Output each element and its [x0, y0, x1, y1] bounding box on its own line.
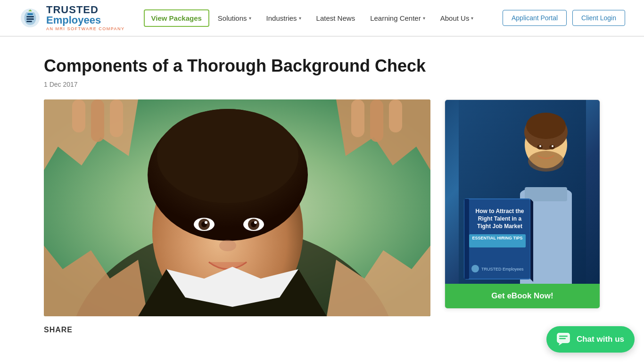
svg-rect-48 — [559, 338, 566, 339]
hero-svg — [44, 99, 430, 316]
ebook-cta-button[interactable]: Get eBook Now! — [445, 284, 600, 308]
svg-point-43 — [471, 265, 479, 272]
site-header: TRUSTED Employees AN MRI SOFTWARE COMPAN… — [0, 0, 644, 36]
svg-point-29 — [528, 151, 564, 172]
main-content: Components of a Thorough Background Chec… — [25, 37, 619, 344]
ebook-card: How to Attract the Right Talent in a Tig… — [445, 99, 600, 309]
chevron-down-icon: ▾ — [249, 16, 251, 21]
svg-rect-1 — [27, 13, 33, 15]
svg-rect-37 — [464, 199, 469, 279]
nav-industries[interactable]: Industries ▾ — [260, 10, 308, 26]
nav-solutions[interactable]: Solutions ▾ — [211, 10, 258, 26]
chevron-down-icon: ▾ — [423, 16, 425, 21]
sidebar: How to Attract the Right Talent in a Tig… — [445, 99, 600, 309]
nav-learning-center[interactable]: Learning Center ▾ — [363, 10, 432, 26]
client-login-button[interactable]: Client Login — [572, 10, 625, 26]
header-right: Applicant Portal Client Login — [503, 10, 625, 26]
svg-point-13 — [205, 221, 207, 224]
nav-about-us[interactable]: About Us ▾ — [434, 10, 480, 26]
nav-view-packages[interactable]: View Packages — [144, 9, 209, 27]
svg-rect-22 — [389, 99, 402, 132]
svg-rect-23 — [370, 99, 383, 142]
article-title: Components of a Thorough Background Chec… — [44, 56, 600, 76]
svg-point-17 — [254, 221, 257, 224]
svg-text:Right Talent in a: Right Talent in a — [478, 215, 522, 222]
chat-icon — [557, 333, 572, 346]
header-left: TRUSTED Employees AN MRI SOFTWARE COMPAN… — [19, 5, 480, 31]
share-section: SHARE — [44, 326, 600, 334]
svg-text:Tight Job Market: Tight Job Market — [477, 223, 522, 230]
ebook-image-svg: How to Attract the Right Talent in a Tig… — [445, 100, 600, 284]
svg-rect-4 — [26, 21, 32, 22]
svg-rect-24 — [351, 99, 364, 137]
logo-employees: Employees — [46, 15, 125, 25]
logo-trusted: TRUSTED — [46, 5, 125, 15]
logo-subtitle: AN MRI SOFTWARE COMPANY — [46, 26, 125, 31]
chevron-down-icon: ▾ — [299, 16, 301, 21]
svg-rect-21 — [110, 99, 123, 137]
svg-rect-3 — [26, 18, 34, 20]
content-layout: How to Attract the Right Talent in a Tig… — [44, 99, 600, 316]
svg-text:TRUSTED Employees: TRUSTED Employees — [481, 267, 524, 272]
logo[interactable]: TRUSTED Employees AN MRI SOFTWARE COMPAN… — [19, 5, 125, 31]
svg-text:ESSENTIAL HIRING TIPS: ESSENTIAL HIRING TIPS — [472, 236, 523, 240]
svg-point-33 — [539, 145, 541, 147]
share-label: SHARE — [44, 326, 73, 334]
logo-text: TRUSTED Employees AN MRI SOFTWARE COMPAN… — [46, 5, 125, 31]
svg-point-34 — [552, 145, 553, 147]
logo-icon — [19, 7, 41, 29]
svg-point-9 — [157, 109, 298, 203]
svg-text:How to Attract the: How to Attract the — [476, 208, 524, 214]
main-nav: View Packages Solutions ▾ Industries ▾ L… — [144, 9, 480, 27]
svg-rect-2 — [26, 16, 34, 17]
hero-image — [44, 99, 430, 316]
applicant-portal-button[interactable]: Applicant Portal — [503, 10, 567, 26]
article-date: 1 Dec 2017 — [44, 81, 600, 88]
svg-rect-47 — [559, 336, 568, 337]
chat-widget[interactable]: Chat with us — [546, 326, 635, 353]
svg-rect-30 — [525, 187, 567, 201]
svg-point-18 — [219, 240, 236, 251]
chat-label: Chat with us — [577, 335, 624, 344]
nav-latest-news[interactable]: Latest News — [310, 10, 362, 26]
svg-rect-19 — [72, 99, 85, 132]
svg-rect-20 — [91, 99, 104, 142]
svg-point-28 — [526, 113, 566, 139]
chevron-down-icon: ▾ — [471, 16, 473, 21]
ebook-image: How to Attract the Right Talent in a Tig… — [445, 100, 600, 284]
